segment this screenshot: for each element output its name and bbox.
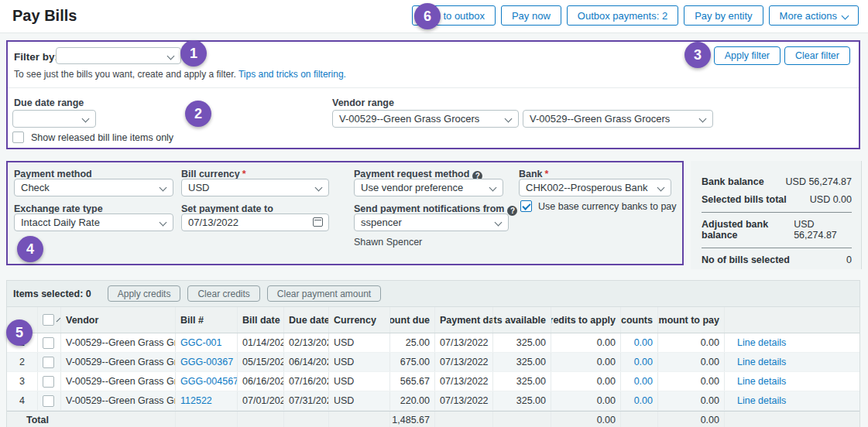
help-icon[interactable] [507, 206, 517, 216]
exchange-rate-type-select[interactable]: Intacct Daily Rate [14, 214, 173, 231]
bills-rows: 1V-00529--Green Grass GrocersGGC-00101/1… [7, 333, 859, 411]
chevron-down-icon [495, 219, 503, 227]
bill-no-link-wrap: GGG-00367 [176, 353, 238, 371]
col-discounts[interactable]: Discounts [621, 307, 658, 333]
exchange-rate-type-label: Exchange rate type [14, 203, 103, 214]
calendar-icon[interactable] [313, 217, 323, 227]
row-checkbox-cell-wrap [38, 391, 61, 410]
required-asterisk-icon [545, 169, 549, 179]
bill-currency-select[interactable]: USD [181, 179, 329, 196]
set-payment-date-label: Set payment date to [181, 203, 273, 214]
due-date-range-select[interactable] [12, 110, 96, 128]
total-spacer [621, 412, 658, 427]
annotation-circle-6: 6 [414, 3, 441, 29]
line-details-link[interactable]: Line details [737, 337, 786, 348]
adjusted-bank-balance-label: Adjusted bank balance [702, 219, 794, 241]
payment-method-label: Payment method [14, 169, 92, 179]
table-row: 1V-00529--Green Grass GrocersGGC-00101/1… [7, 333, 859, 353]
vendor-to-select[interactable]: V-00529--Green Grass Grocers [523, 110, 713, 128]
apply-credits-button[interactable]: Apply credits [108, 285, 181, 302]
line-details-link[interactable]: Line details [737, 395, 786, 406]
line-details-link[interactable]: Line details [737, 357, 786, 367]
payment-method-select[interactable]: Check [14, 179, 173, 196]
col-currency[interactable]: Currency [329, 307, 390, 333]
more-actions-button[interactable]: More actions [769, 5, 859, 26]
selection-menu-chevron-icon[interactable] [57, 318, 61, 323]
discounts-link[interactable]: 0.00 [634, 357, 653, 367]
row-checkbox[interactable] [43, 376, 54, 388]
notifications-from-value: sspencer [361, 217, 402, 228]
annotation-circle-2: 2 [185, 101, 211, 127]
credits-to-apply-cell[interactable]: 0.00 [551, 353, 621, 371]
col-due-date[interactable]: Due date [284, 307, 329, 333]
discounts-link-wrap: 0.00 [621, 391, 658, 410]
col-payment-date[interactable]: Payment date [435, 307, 493, 333]
amount-to-pay-cell[interactable]: 0.00 [658, 372, 725, 391]
filter-by-select[interactable] [56, 47, 181, 64]
table-row: 4V-00529--Green Grass Grocers11252207/01… [7, 391, 859, 411]
amount-to-pay-cell[interactable]: 0.00 [658, 391, 725, 410]
payment-date-cell: 07/13/2022 [435, 391, 493, 410]
total-credits-to-apply: 0.00 [551, 412, 621, 427]
col-bill-no[interactable]: Bill # [176, 307, 238, 333]
chevron-down-icon [315, 184, 323, 192]
amount-to-pay-cell[interactable]: 0.00 [658, 333, 725, 352]
col-line-details [725, 307, 859, 333]
selected-bills-total-row: Selected bills total USD 0.00 [702, 194, 852, 205]
vendor-from-select[interactable]: V-00529--Green Grass Grocers [332, 110, 519, 128]
apply-filter-button[interactable]: Apply filter [714, 46, 781, 65]
row-checkbox[interactable] [43, 337, 54, 349]
discounts-link-wrap: 0.00 [621, 372, 658, 391]
total-spacer [176, 412, 238, 427]
row-checkbox[interactable] [43, 395, 54, 407]
chevron-down-icon [842, 12, 849, 19]
amount-to-pay-cell[interactable]: 0.00 [658, 353, 725, 371]
vendor-cell: V-00529--Green Grass Grocers [61, 353, 176, 371]
col-bill-date[interactable]: Bill date [238, 307, 284, 333]
amount-due-cell: 565.67 [390, 372, 435, 391]
pay-by-entity-button[interactable]: Pay by entity [684, 5, 763, 26]
credits-to-apply-cell[interactable]: 0.00 [551, 372, 621, 391]
col-amount-to-pay[interactable]: Amount to pay [658, 307, 725, 333]
payment-date-cell: 07/13/2022 [435, 333, 493, 352]
bill-currency-label: Bill currency [181, 169, 246, 179]
clear-filter-button[interactable]: Clear filter [784, 46, 850, 65]
pay-now-button[interactable]: Pay now [501, 5, 561, 26]
show-released-checkbox[interactable] [12, 132, 24, 143]
select-all-checkbox[interactable] [43, 314, 54, 326]
chevron-down-icon [657, 184, 665, 192]
payment-date-input[interactable]: 07/13/2022 [181, 214, 329, 231]
payment-request-method-select[interactable]: Use vendor preference [354, 179, 503, 196]
credits-to-apply-cell[interactable]: 0.00 [551, 333, 621, 352]
row-checkbox[interactable] [43, 357, 54, 368]
filter-by-label: Filter by: [14, 51, 58, 63]
clear-credits-button[interactable]: Clear credits [187, 285, 259, 302]
use-base-currency-checkbox[interactable] [520, 200, 532, 212]
col-amount-due[interactable]: Amount due [390, 307, 435, 333]
outbox-payments-button[interactable]: Outbox payments: 2 [567, 5, 678, 26]
col-credits-to-apply[interactable]: Credits to apply [551, 307, 621, 333]
notifications-from-select[interactable]: sspencer [354, 214, 509, 231]
bill-no-link[interactable]: 112522 [180, 395, 212, 406]
bill-no-link[interactable]: GGC-001 [180, 337, 222, 348]
credits-to-apply-cell[interactable]: 0.00 [551, 391, 621, 410]
row-checkbox-cell-wrap [38, 333, 61, 352]
discounts-link-wrap: 0.00 [621, 333, 658, 352]
bill-no-link[interactable]: GGG-0045678 [180, 376, 238, 387]
vendor-range-label: Vendor range [332, 97, 394, 108]
discounts-link[interactable]: 0.00 [634, 337, 653, 348]
discounts-link[interactable]: 0.00 [634, 376, 653, 387]
bills-table-section: Items selected: 0 Apply credits Clear cr… [6, 280, 860, 427]
line-details-link-wrap: Line details [725, 333, 859, 352]
bank-value: CHK002--Prosperous Bank [526, 182, 648, 193]
discounts-link[interactable]: 0.00 [634, 395, 653, 406]
filter-tips-link[interactable]: Tips and tricks on filtering. [238, 69, 346, 80]
payment-request-method-value: Use vendor preference [361, 182, 463, 193]
col-vendor[interactable]: Vendor [61, 307, 176, 333]
line-details-link[interactable]: Line details [737, 376, 786, 387]
bill-no-link[interactable]: GGG-00367 [180, 357, 233, 367]
bank-select[interactable]: CHK002--Prosperous Bank [519, 179, 671, 196]
payment-panel: Payment method Check Exchange rate type … [6, 161, 684, 265]
clear-payment-amount-button[interactable]: Clear payment amount [267, 285, 381, 302]
col-credits-available[interactable]: Credits available [493, 307, 551, 333]
